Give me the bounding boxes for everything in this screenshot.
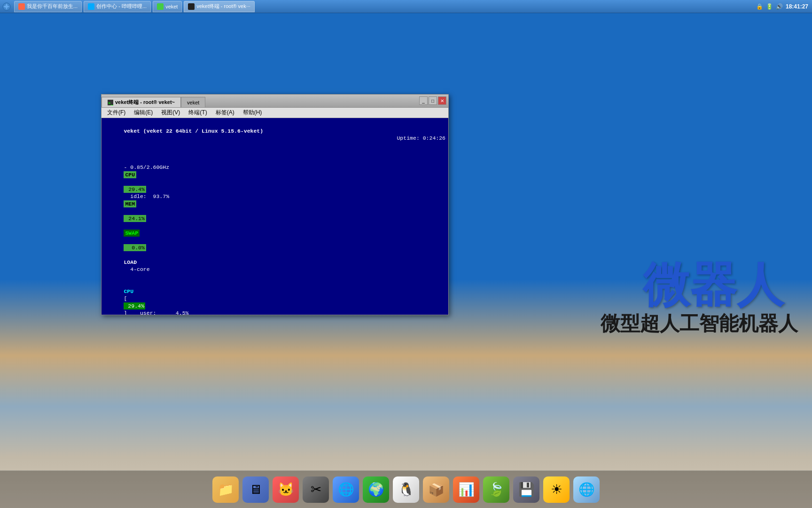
tab-label2: 创作中心 - 哔哩哔哩... — [96, 3, 147, 10]
terminal-uptime: Uptime: 0:24:26 — [397, 135, 445, 142]
mem-pct: 24.1% — [124, 215, 146, 222]
desktop-title: 微器人 — [643, 254, 784, 318]
cpu-label: CPU — [124, 171, 136, 179]
taskbar-time: 18:41:27 — [786, 3, 808, 10]
terminal-maximize-button[interactable]: □ — [429, 96, 437, 105]
dock-monitor-icon[interactable]: 🖥 — [242, 476, 269, 503]
swap-pct: 0.0% — [124, 244, 146, 252]
dock-leaf-icon[interactable]: 🍃 — [483, 476, 509, 503]
cpu-bracket-val: 29.4% — [124, 302, 145, 310]
menu-tabs[interactable]: 标签(A) — [212, 108, 238, 118]
taskbar-right-area: 🔒 🔋 🔊 18:41:27 — [756, 3, 812, 10]
dock: 📁 🖥 🐱 ✂ 🌐 🌍 🐧 📦 📊 🍃 💾 ☀ 🌐 — [0, 470, 812, 508]
dock-penguin-icon[interactable]: 🐧 — [393, 476, 419, 503]
desktop-subtitle: 微型超人工智能机器人 — [601, 310, 798, 337]
tab-label4: veket终端 - root® vek··· — [196, 3, 250, 10]
dock-cat-icon[interactable]: 🐱 — [273, 476, 299, 503]
menu-terminal[interactable]: 终端(T) — [185, 108, 211, 118]
dock-web-icon[interactable]: 🌐 — [573, 476, 600, 503]
load-label: LOAD — [124, 259, 137, 266]
browser-start-icon[interactable] — [2, 2, 11, 11]
tab-webpage1[interactable]: 我是你千百年前放生... — [14, 1, 82, 12]
swap-label: SWAP — [124, 230, 140, 237]
battery-tray-icon: 🔋 — [766, 3, 773, 10]
tab-favicon3 — [157, 3, 164, 10]
terminal-minimize-button[interactable]: _ — [419, 96, 428, 105]
terminal-window: >_ veket终端 - root® veket~ veket _ □ ✕ 文件… — [101, 94, 449, 315]
terminal-tab-bar: >_ veket终端 - root® veket~ veket — [102, 95, 205, 107]
mem-label: MEM — [124, 200, 136, 208]
dock-chart-icon[interactable]: 📊 — [453, 476, 479, 503]
terminal-titlebar: >_ veket终端 - root® veket~ veket _ □ ✕ — [102, 95, 448, 108]
tab-favicon2 — [88, 3, 94, 10]
terminal-close-button[interactable]: ✕ — [438, 96, 446, 105]
network-tray-icon: 🔒 — [756, 3, 763, 10]
dock-tool-icon[interactable]: ✂ — [303, 476, 329, 503]
terminal-tab-2[interactable]: veket — [181, 97, 205, 107]
tab-label3: veket — [165, 4, 178, 9]
terminal-tab-2-label: veket — [187, 100, 199, 105]
tab-bilibili[interactable]: 创作中心 - 哔哩哔哩... — [84, 1, 151, 12]
menu-view[interactable]: 视图(V) — [157, 108, 184, 118]
dock-network-icon[interactable]: 🌍 — [363, 476, 389, 503]
menu-file[interactable]: 文件(F) — [103, 108, 129, 118]
tab-terminal[interactable]: veket终端 - root® vek··· — [184, 1, 254, 12]
terminal-content[interactable]: veket (veket 22 64bit / Linux 5.15.6-vek… — [102, 118, 448, 315]
volume-tray-icon: 🔊 — [776, 3, 783, 10]
dock-hdd-icon[interactable]: 💾 — [513, 476, 539, 503]
menu-edit[interactable]: 编辑(E) — [130, 108, 156, 118]
svg-text:>_: >_ — [108, 101, 113, 105]
taskbar-tabs: 我是你千百年前放生... 创作中心 - 哔哩哔哩... veket veket终… — [0, 0, 756, 13]
dock-folder-icon[interactable]: 📁 — [212, 476, 239, 503]
terminal-header: veket (veket 22 64bit / Linux 5.15.6-vek… — [124, 128, 263, 134]
terminal-tab-icon-1: >_ — [108, 100, 113, 105]
taskbar: 我是你千百年前放生... 创作中心 - 哔哩哔哩... veket veket终… — [0, 0, 812, 13]
terminal-tab-1[interactable]: >_ veket终端 - root® veket~ — [102, 97, 181, 107]
cpu-pct: 29.4% — [124, 186, 146, 193]
terminal-tab-1-label: veket终端 - root® veket~ — [115, 99, 175, 106]
dock-sun-icon[interactable]: ☀ — [543, 476, 570, 503]
cpu-freq: - 0.85/2.60GHz — [124, 164, 172, 170]
tab-veket[interactable]: veket — [153, 1, 182, 12]
tab-favicon1 — [18, 3, 25, 10]
dock-package-icon[interactable]: 📦 — [423, 476, 449, 503]
terminal-menubar: 文件(F) 编辑(E) 视图(V) 终端(T) 标签(A) 帮助(H) — [102, 108, 448, 118]
tab-favicon4 — [188, 3, 195, 10]
tab-label1: 我是你千百年前放生... — [27, 3, 78, 10]
menu-help[interactable]: 帮助(H) — [239, 108, 266, 118]
terminal-controls: _ □ ✕ — [419, 96, 446, 105]
dock-globe-icon[interactable]: 🌐 — [333, 476, 359, 503]
cpu-row-label: CPU — [124, 288, 140, 294]
